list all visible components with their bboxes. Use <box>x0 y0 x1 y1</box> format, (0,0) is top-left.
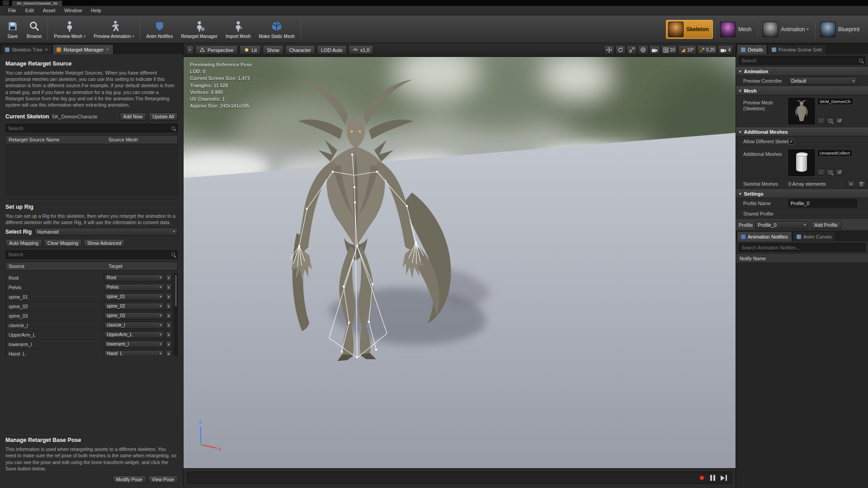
remove-mapping-button[interactable]: x <box>165 284 172 291</box>
notifies-search[interactable] <box>739 243 865 252</box>
add-element-icon[interactable]: + <box>847 181 855 188</box>
bone-target-dropdown[interactable]: spine_01▾ <box>104 293 164 300</box>
reset-icon[interactable]: ↺ <box>835 169 843 176</box>
scrollbar-thumb[interactable] <box>175 275 177 306</box>
tab-preview-scene-settings[interactable]: Preview Scene Sett <box>768 44 826 54</box>
camera-button[interactable] <box>649 45 660 55</box>
bone-target-dropdown[interactable]: spine_03▾ <box>104 312 164 319</box>
add-profile-button[interactable]: Add Profile <box>811 221 841 229</box>
bone-target-dropdown[interactable]: Hand_L▾ <box>104 350 164 356</box>
use-selected-icon[interactable]: ← <box>817 117 825 124</box>
section-mesh[interactable]: ▾Mesh <box>736 86 868 95</box>
mode-animation-button[interactable]: Animation ▾ <box>760 20 812 39</box>
perspective-button[interactable]: Perspective <box>195 45 237 55</box>
retarget-source-search[interactable] <box>5 124 178 132</box>
bone-target-dropdown[interactable]: Root▾ <box>104 274 164 282</box>
bone-target-dropdown[interactable]: clavicle_l▾ <box>104 322 164 329</box>
menu-help[interactable]: Help <box>86 8 106 13</box>
close-icon[interactable]: ✕ <box>106 47 109 52</box>
profile-name-input[interactable] <box>788 199 857 207</box>
menu-file[interactable]: File <box>4 8 21 13</box>
section-additional-meshes[interactable]: ▾Additional Meshes <box>736 127 868 136</box>
profile-dropdown[interactable]: Profile_0▾ <box>755 221 808 229</box>
remove-mapping-button[interactable]: x <box>165 322 172 329</box>
view-pose-button[interactable]: View Pose <box>148 475 178 483</box>
viewport-options-button[interactable]: ▾ <box>186 45 193 55</box>
translate-tool-button[interactable] <box>604 45 614 55</box>
browse-to-asset-icon[interactable] <box>826 117 834 124</box>
tab-animation-notifies[interactable]: Animation Notifies <box>737 231 792 241</box>
details-search-input[interactable] <box>741 58 859 63</box>
tab-anim-curves[interactable]: Anim Curves <box>793 231 836 241</box>
scale-tool-button[interactable] <box>627 45 637 55</box>
tab-details[interactable]: Details <box>737 44 767 54</box>
document-tab[interactable]: SK_DemonCharacter_Sk <box>12 0 62 6</box>
menu-window[interactable]: Window <box>60 8 86 13</box>
remove-mapping-button[interactable]: x <box>165 274 172 282</box>
preview-mesh-button[interactable]: Preview Mesh▾ <box>50 17 90 42</box>
rig-mapping-search-input[interactable] <box>8 252 171 257</box>
record-button[interactable] <box>699 475 705 481</box>
preview-mesh-asset-chip[interactable]: SKM_DemonCh <box>817 98 853 105</box>
remove-mapping-button[interactable]: x <box>165 303 172 310</box>
auto-mapping-button[interactable]: Auto Mapping <box>5 239 42 247</box>
reset-icon[interactable]: ↺ <box>835 117 843 124</box>
browse-button[interactable]: Browse <box>23 17 46 42</box>
playback-bar[interactable] <box>187 472 732 484</box>
notifies-list[interactable] <box>736 263 868 488</box>
camera-speed-button[interactable]: 4 <box>718 45 733 55</box>
section-settings[interactable]: ▾Settings <box>736 189 868 198</box>
additional-meshes-thumbnail[interactable] <box>788 150 815 176</box>
tab-skeleton-tree[interactable]: Skeleton Tree ✕ <box>1 44 52 54</box>
anim-notifies-button[interactable]: Anim Notifies <box>142 17 177 42</box>
bone-target-dropdown[interactable]: lowerarm_l▾ <box>104 341 164 348</box>
details-search[interactable] <box>739 56 865 65</box>
modify-pose-button[interactable]: Modify Pose <box>113 475 146 483</box>
save-button[interactable]: Save <box>3 17 23 42</box>
step-forward-button[interactable] <box>721 475 727 481</box>
select-rig-dropdown[interactable]: Humanoid ▾ <box>34 228 178 236</box>
additional-meshes-asset-chip[interactable]: UnsavedCollect <box>817 150 852 156</box>
remove-mapping-button[interactable]: x <box>165 312 172 319</box>
use-selected-icon[interactable]: ← <box>817 169 825 176</box>
remove-mapping-button[interactable]: x <box>165 341 172 348</box>
mode-skeleton-button[interactable]: Skeleton <box>666 20 713 39</box>
bone-target-dropdown[interactable]: Pelvis▾ <box>104 284 164 291</box>
retarget-manager-button[interactable]: Retarget Manager <box>177 17 222 42</box>
rotation-snap-toggle[interactable]: 10° <box>678 45 696 55</box>
retarget-source-search-input[interactable] <box>8 126 171 131</box>
pause-button[interactable] <box>710 475 715 481</box>
show-menu-button[interactable]: Show <box>263 45 283 55</box>
close-icon[interactable]: ✕ <box>45 47 48 52</box>
menu-edit[interactable]: Edit <box>21 8 38 13</box>
coordinate-system-button[interactable] <box>638 45 648 55</box>
lod-auto-button[interactable]: LOD Auto <box>317 45 347 55</box>
remove-mapping-button[interactable]: x <box>165 331 172 338</box>
add-new-button[interactable]: Add New <box>120 113 146 121</box>
section-animation[interactable]: ▾Animation <box>736 67 868 76</box>
rig-mapping-search[interactable] <box>5 250 178 259</box>
viewport-canvas[interactable]: Z x <box>184 57 736 468</box>
clear-mapping-button[interactable]: Clear Mapping <box>44 239 82 247</box>
update-all-button[interactable]: Update All <box>149 113 178 121</box>
mode-mesh-button[interactable]: Mesh <box>718 20 755 39</box>
menu-asset[interactable]: Asset <box>38 8 60 13</box>
rotate-tool-button[interactable] <box>615 45 626 55</box>
remove-mapping-button[interactable]: x <box>165 293 172 300</box>
make-static-mesh-button[interactable]: Make Static Mesh <box>255 17 299 42</box>
scale-snap-toggle[interactable]: 0,25 <box>697 45 717 55</box>
preview-mesh-thumbnail[interactable] <box>788 98 815 124</box>
bone-target-dropdown[interactable]: spine_02▾ <box>104 303 164 310</box>
preview-controller-dropdown[interactable]: Default▾ <box>788 77 857 85</box>
browse-to-asset-icon[interactable] <box>826 169 834 176</box>
allow-different-skeletons-checkbox[interactable]: ✓ <box>788 139 794 145</box>
playback-speed-button[interactable]: x1,0 <box>349 45 374 55</box>
bone-target-dropdown[interactable]: UpperArm_L▾ <box>104 331 164 338</box>
mapping-scrollbar[interactable] <box>174 273 178 356</box>
mode-blueprint-button[interactable]: Blueprint <box>818 20 863 39</box>
notifies-search-input[interactable] <box>741 245 863 250</box>
retarget-source-list[interactable] <box>5 144 178 195</box>
character-menu-button[interactable]: Character <box>285 45 315 55</box>
lit-mode-button[interactable]: Lit <box>240 45 261 55</box>
show-advanced-button[interactable]: Show Advanced <box>84 239 125 247</box>
